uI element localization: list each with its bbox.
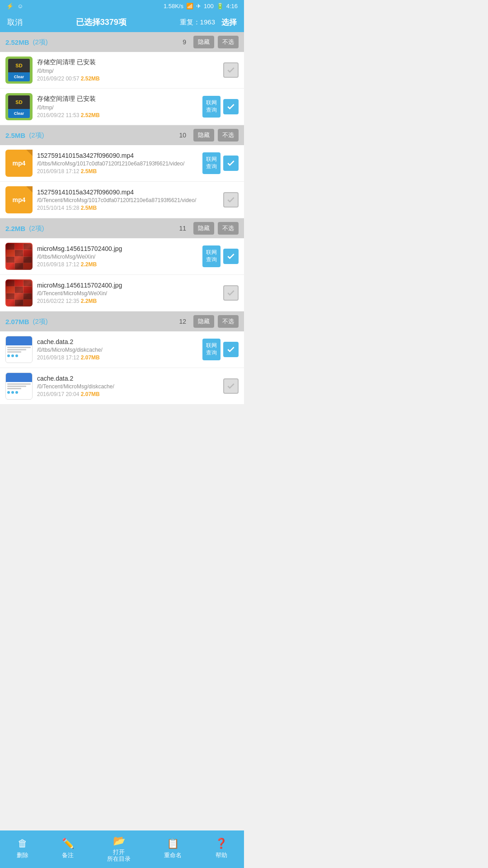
query-button[interactable]: 联网查询 [202,96,221,117]
file-item: microMsg.1456115702400.jpg /0/tbs/MicroM… [0,238,244,275]
file-path: /0/tbs/MicroMsg/1017c0dfa07120f1210e6a87… [37,160,198,167]
sd-card-icon: SD Clear [5,93,33,120]
file-name: microMsg.1456115702400.jpg [37,282,219,289]
checkbox-checked[interactable] [223,342,239,357]
file-actions: 联网查询 [202,96,239,117]
deselect-button-2[interactable]: 不选 [218,129,239,142]
jpg-thumbnail [5,279,33,307]
file-actions [223,378,239,394]
file-actions: 联网查询 [202,245,239,267]
smiley-icon: ☺ [17,3,23,9]
file-path: /0/Tencent/MicroMsg/diskcache/ [37,383,219,390]
checkbox-unchecked[interactable] [223,378,239,394]
file-info: 存储空间清理 已安装 /0/tmp/ 2016/09/22 11:53 2.52… [37,95,198,118]
file-path: /0/tmp/ [37,68,219,74]
file-info: cache.data.2 /0/tbs/MicroMsg/diskcache/ … [37,338,198,361]
group-count-3: (2项) [29,224,44,233]
mp4-icon: mp4 [5,186,33,213]
file-name: 存储空间清理 已安装 [37,58,219,66]
file-path: /0/Tencent/MicroMsg/WeiXin/ [37,290,219,297]
file-info: 152759141015a3427f096090.mp4 /0/tbs/Micr… [37,152,198,175]
group-size-1: 2.52MB [5,38,29,46]
mp4-icon: mp4 [5,150,33,177]
file-info: microMsg.1456115702400.jpg /0/tbs/MicroM… [37,245,198,268]
select-button[interactable]: 选择 [221,17,237,28]
checkbox-checked[interactable] [223,99,239,114]
hide-button-1[interactable]: 隐藏 [193,36,214,48]
query-button[interactable]: 联网查询 [202,339,221,360]
query-button[interactable]: 联网查询 [202,245,221,267]
file-actions [223,192,239,208]
group-header-3: 2.2MB (2项) 11 隐藏 不选 [0,218,244,238]
file-name: 存储空间清理 已安装 [37,95,198,103]
battery-icon: 🔋 [216,3,224,9]
file-meta: 2016/09/18 17:12 2.2MB [37,261,198,268]
cancel-button[interactable]: 取消 [7,17,23,28]
group-num-1: 9 [183,38,186,46]
file-item: mp4 152759141015a3427f096090.mp4 /0/Tenc… [0,182,244,218]
deselect-button-4[interactable]: 不选 [218,315,239,328]
group-num-4: 12 [179,318,186,325]
file-name: microMsg.1456115702400.jpg [37,245,198,252]
file-info: 152759141015a3427f096090.mp4 /0/Tencent/… [37,189,219,211]
checkbox-checked[interactable] [223,156,239,171]
hide-button-4[interactable]: 隐藏 [193,315,214,328]
group-size-3: 2.2MB [5,225,25,232]
file-actions [223,285,239,301]
battery-level: 100 [204,3,214,9]
file-path: /0/tbs/MicroMsg/WeiXin/ [37,254,198,260]
file-meta: 2016/09/18 17:12 2.07MB [37,354,198,361]
clock: 4:16 [226,3,238,9]
file-actions [223,62,239,78]
group-header-2: 2.5MB (2项) 10 隐藏 不选 [0,125,244,145]
page-title: 已选择3379项 [76,17,127,28]
group-count-4: (2项) [33,317,48,326]
checkbox-unchecked[interactable] [223,62,239,78]
file-meta: 2016/09/17 20:04 2.07MB [37,391,219,397]
file-name: cache.data.2 [37,338,198,345]
file-name: 152759141015a3427f096090.mp4 [37,152,198,159]
hide-button-2[interactable]: 隐藏 [193,129,214,142]
network-speed: 1.58K/s [164,3,183,9]
file-meta: 2016/09/22 00:57 2.52MB [37,75,219,82]
file-meta: 2016/02/22 12:35 2.2MB [37,298,219,304]
checkbox-checked[interactable] [223,249,239,264]
group-size-2: 2.5MB [5,132,25,139]
query-button[interactable]: 联网查询 [202,152,221,174]
group-count-1: (2项) [33,38,48,47]
file-actions: 联网查询 [202,152,239,174]
file-info: cache.data.2 /0/Tencent/MicroMsg/diskcac… [37,375,219,397]
file-path: /0/tbs/MicroMsg/diskcache/ [37,347,198,353]
file-path: /0/tmp/ [37,104,198,111]
group-count-2: (2项) [29,131,44,140]
checkbox-unchecked[interactable] [223,285,239,301]
usb-icon: ⚡ [6,3,14,9]
deselect-button-3[interactable]: 不选 [218,222,239,235]
content-area: 2.52MB (2项) 9 隐藏 不选 SD Clear 存储空间清理 已安装 … [0,32,244,436]
group-size-4: 2.07MB [5,318,29,326]
cache-thumbnail [5,336,33,363]
deselect-button-1[interactable]: 不选 [218,36,239,48]
top-bar: 取消 已选择3379项 重复：1963 选择 [0,12,244,32]
hide-button-3[interactable]: 隐藏 [193,222,214,235]
file-meta: 2016/09/22 11:53 2.52MB [37,112,198,118]
cache-thumbnail [5,373,33,400]
file-name: 152759141015a3427f096090.mp4 [37,189,219,196]
file-name: cache.data.2 [37,375,219,382]
file-item: mp4 152759141015a3427f096090.mp4 /0/tbs/… [0,145,244,182]
airplane-icon: ✈ [196,3,201,9]
jpg-thumbnail [5,243,33,270]
file-path: /0/Tencent/MicroMsg/1017c0dfa07120f1210e… [37,197,219,203]
file-item: microMsg.1456115702400.jpg /0/Tencent/Mi… [0,275,244,311]
status-right: 1.58K/s 📶 ✈ 100 🔋 4:16 [164,3,238,9]
wifi-icon: 📶 [186,3,193,9]
file-item: cache.data.2 /0/Tencent/MicroMsg/diskcac… [0,368,244,405]
file-info: microMsg.1456115702400.jpg /0/Tencent/Mi… [37,282,219,304]
status-bar: ⚡ ☺ 1.58K/s 📶 ✈ 100 🔋 4:16 [0,0,244,12]
file-meta: 2016/09/18 17:12 2.5MB [37,168,198,175]
status-left: ⚡ ☺ [6,3,23,9]
group-num-2: 10 [179,132,186,139]
file-item: SD Clear 存储空间清理 已安装 /0/tmp/ 2016/09/22 0… [0,52,244,89]
checkbox-unchecked[interactable] [223,192,239,208]
duplicate-info: 重复：1963 [180,18,215,27]
